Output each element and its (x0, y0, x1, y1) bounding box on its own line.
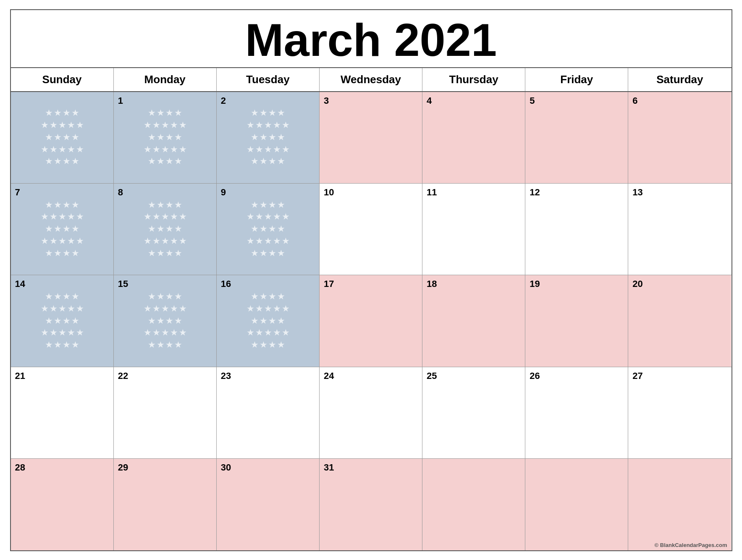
calendar-grid: Sunday Monday Tuesday Wednesday Thursday… (11, 68, 732, 550)
calendar-title: March 2021 (11, 10, 732, 68)
header-monday: Monday (114, 68, 217, 91)
day-cell: 10 (320, 184, 422, 275)
day-cell: 17 (320, 275, 422, 366)
day-headers: Sunday Monday Tuesday Wednesday Thursday… (11, 68, 732, 92)
day-cell: 26 (525, 367, 628, 458)
day-cell: 5 (525, 92, 628, 183)
week-row-2: 7 8 9 10 11 12 13 (11, 184, 732, 275)
day-cell: © BlankCalendarPages.com (628, 459, 731, 550)
day-cell: 3 (320, 92, 422, 183)
header-tuesday: Tuesday (217, 68, 320, 91)
header-thursday: Thursday (422, 68, 525, 91)
copyright-text: © BlankCalendarPages.com (655, 542, 727, 548)
day-cell: 13 (628, 184, 731, 275)
day-cell: 27 (628, 367, 731, 458)
day-cell (422, 459, 525, 550)
day-cell (11, 92, 114, 183)
weeks-container: 1 2 3 4 5 6 7 8 9 10 11 12 13 14 15 (11, 92, 732, 550)
day-cell (525, 459, 628, 550)
week-row-1: 1 2 3 4 5 6 (11, 92, 732, 184)
day-cell: 28 (11, 459, 114, 550)
day-cell: 12 (525, 184, 628, 275)
day-cell: 16 (217, 275, 320, 366)
header-saturday: Saturday (628, 68, 731, 91)
day-cell: 11 (422, 184, 525, 275)
day-cell: 4 (422, 92, 525, 183)
day-cell: 15 (114, 275, 217, 366)
day-cell: 2 (217, 92, 320, 183)
header-sunday: Sunday (11, 68, 114, 91)
day-cell: 19 (525, 275, 628, 366)
day-cell: 22 (114, 367, 217, 458)
day-cell: 21 (11, 367, 114, 458)
day-cell: 9 (217, 184, 320, 275)
header-wednesday: Wednesday (320, 68, 422, 91)
header-friday: Friday (525, 68, 628, 91)
week-row-5: 28 29 30 31 © BlankCalendarPages.com (11, 459, 732, 550)
day-cell: 24 (320, 367, 422, 458)
calendar-container: March 2021 Sunday Monday Tuesday Wednesd… (10, 9, 732, 551)
day-cell: 14 (11, 275, 114, 366)
day-cell: 23 (217, 367, 320, 458)
day-cell: 20 (628, 275, 731, 366)
day-cell: 8 (114, 184, 217, 275)
week-row-4: 21 22 23 24 25 26 27 (11, 367, 732, 459)
week-row-3: 14 15 16 17 18 19 20 (11, 275, 732, 367)
day-cell: 29 (114, 459, 217, 550)
day-cell: 18 (422, 275, 525, 366)
day-cell: 25 (422, 367, 525, 458)
day-cell: 30 (217, 459, 320, 550)
day-cell: 1 (114, 92, 217, 183)
day-cell: 7 (11, 184, 114, 275)
day-cell: 6 (628, 92, 731, 183)
day-cell: 31 (320, 459, 422, 550)
